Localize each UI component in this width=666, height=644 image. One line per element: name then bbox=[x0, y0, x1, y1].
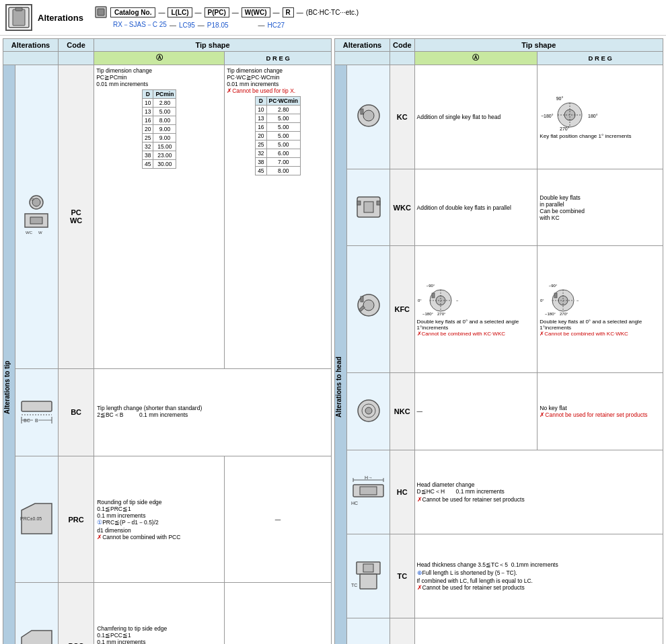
header-formula-block: Catalog No. — L(LC) — P(PC) — W(WC) — R … bbox=[94, 5, 359, 30]
svg-point-48 bbox=[363, 300, 374, 311]
formula-line1: Catalog No. — L(LC) — P(PC) — W(WC) — R … bbox=[94, 5, 359, 19]
svg-text:0°: 0° bbox=[540, 298, 544, 303]
right-col-dreg: D R E G bbox=[538, 52, 663, 65]
wkc-desc-dreg: Double key flats in parallel Can be comb… bbox=[538, 169, 663, 246]
left-col-a: Ⓐ bbox=[94, 52, 225, 65]
svg-text:0°: 0° bbox=[418, 298, 422, 303]
svg-rect-45 bbox=[357, 201, 361, 205]
nkc-svg bbox=[352, 396, 385, 426]
main-content: Alterations Code Tip shape Ⓐ D R E G bbox=[0, 36, 666, 644]
svg-rect-1 bbox=[13, 9, 25, 26]
svg-rect-70 bbox=[554, 293, 557, 298]
svg-rect-75 bbox=[360, 487, 377, 495]
pc-wc-svg: P WC W bbox=[18, 192, 55, 239]
kc-svg bbox=[352, 101, 385, 131]
pc-wc-image: P WC W bbox=[15, 65, 59, 369]
bc-desc: Tip length change (shorter than standard… bbox=[94, 368, 332, 456]
svg-text:−90°: −90° bbox=[549, 284, 558, 288]
kfc-desc-a: −90° 0° − −180° 270° D bbox=[414, 246, 538, 373]
tc-image: TC bbox=[347, 534, 390, 618]
prc-code: PRC bbox=[59, 456, 94, 583]
svg-rect-34 bbox=[361, 109, 363, 114]
tcc-image: TCC bbox=[347, 618, 390, 644]
kfc-code: KFC bbox=[390, 246, 415, 373]
wkc-image bbox=[347, 169, 390, 246]
svg-text:WC: WC bbox=[26, 231, 33, 235]
svg-text:P: P bbox=[32, 198, 34, 202]
right-col-a: Ⓐ bbox=[414, 52, 538, 65]
svg-text:90°: 90° bbox=[556, 96, 564, 101]
svg-text:270°: 270° bbox=[437, 312, 446, 316]
pcc-desc-a: Chamfering to tip side edge 0.1≦PCC≦1 0.… bbox=[94, 583, 225, 644]
left-col-dreg: D R E G bbox=[225, 52, 332, 65]
svg-text:270°: 270° bbox=[560, 312, 568, 316]
svg-text:BC: BC bbox=[24, 418, 30, 423]
kfc-angle-a-svg: −90° 0° − −180° 270° bbox=[417, 282, 471, 319]
kc-image bbox=[347, 65, 390, 169]
nkc-desc-a: — bbox=[414, 373, 538, 450]
svg-text:TC: TC bbox=[351, 583, 357, 588]
bc-svg: BC B bbox=[18, 398, 55, 425]
svg-text:−90°: −90° bbox=[426, 284, 435, 288]
nkc-image bbox=[347, 373, 390, 450]
pcc-image: PCC±0.05 bbox=[15, 583, 59, 644]
prc-svg: PRC±0.05 bbox=[18, 500, 55, 537]
formula-line2: RX－SJAS－C 25 — LC95 — P18.05 — HC27 bbox=[113, 20, 359, 30]
tcc-code: TCC bbox=[390, 618, 415, 644]
pc-wc-desc-a: Tip dimension change PC≧PCmin 0.01 mm in… bbox=[94, 65, 225, 369]
prc-desc-dreg: — bbox=[225, 456, 332, 583]
prc-image: PRC±0.05 bbox=[15, 456, 59, 583]
kc-code: KC bbox=[390, 65, 415, 169]
bc-image: BC B bbox=[15, 368, 59, 456]
pcc-svg: PCC±0.05 bbox=[18, 627, 55, 644]
right-code-header: Code bbox=[390, 39, 415, 52]
tc-svg: TC bbox=[350, 559, 387, 592]
svg-text:W: W bbox=[38, 231, 42, 235]
pc-wc-desc-dreg: Tip dimension change PC·WC≧PC·WCmin 0.01… bbox=[225, 65, 332, 369]
svg-rect-2 bbox=[15, 7, 22, 11]
svg-point-33 bbox=[363, 110, 374, 121]
wkc-svg bbox=[352, 192, 385, 222]
svg-rect-82 bbox=[363, 564, 373, 572]
bc-code: BC bbox=[59, 368, 94, 456]
svg-rect-12 bbox=[22, 401, 52, 411]
left-tipshape-header: Tip shape bbox=[94, 39, 332, 52]
pc-wc-code: PCWC bbox=[59, 65, 94, 369]
svg-text:H→: H→ bbox=[365, 475, 373, 480]
hc-svg: H→ HC bbox=[350, 475, 387, 508]
right-section: Alterations Code Tip shape Ⓐ D R E G bbox=[334, 38, 663, 644]
svg-text:−: − bbox=[456, 298, 459, 303]
right-alterations-header: Alterations bbox=[335, 39, 390, 52]
pcc-code: PCC bbox=[59, 583, 94, 644]
left-section: Alterations Code Tip shape Ⓐ D R E G bbox=[3, 38, 332, 644]
hc-code: HC bbox=[390, 450, 415, 534]
tc-code: TC bbox=[390, 534, 415, 618]
svg-point-73 bbox=[365, 407, 372, 414]
page-wrapper: Alterations Catalog No. — L(LC) — P(PC) … bbox=[0, 0, 666, 644]
wkc-desc-a: Addition of double key flats in parallel bbox=[414, 169, 538, 246]
kfc-svg bbox=[352, 288, 385, 329]
svg-rect-44 bbox=[364, 202, 373, 212]
right-table: Alterations Code Tip shape Ⓐ D R E G bbox=[334, 38, 663, 644]
kfc-image bbox=[347, 246, 390, 373]
left-code-header: Code bbox=[59, 39, 94, 52]
hc-desc: Head diameter change D≦HC＜H 0.1 mm incre… bbox=[414, 450, 663, 534]
alt-to-head-label: Alterations to head bbox=[335, 65, 347, 645]
svg-rect-60 bbox=[432, 293, 435, 298]
prc-desc-a: Rounding of tip side edge 0.1≦PRC≦1 0.1 … bbox=[94, 456, 225, 583]
svg-text:−180°: −180° bbox=[541, 114, 554, 118]
kfc-desc-dreg: −90° 0° − −180° 270° D bbox=[538, 246, 663, 373]
catalog-box: Catalog No. bbox=[110, 7, 156, 17]
alterations-icon bbox=[5, 4, 32, 31]
svg-rect-49 bbox=[361, 296, 363, 302]
hc-image: H→ HC bbox=[347, 450, 390, 534]
wkc-code: WKC bbox=[390, 169, 415, 246]
kc-angle-svg: 90° −180° 180° 270° bbox=[540, 95, 600, 132]
alt-to-tip-label: Alterations to tip bbox=[3, 65, 15, 645]
kc-desc-dreg: 90° −180° 180° 270° Key flat position ch… bbox=[538, 65, 663, 169]
alterations-label: Alterations bbox=[38, 13, 83, 23]
svg-text:−: − bbox=[577, 298, 579, 303]
left-alterations-header: Alterations bbox=[3, 39, 59, 52]
tcc-desc: Chamfering of head This improves the str… bbox=[414, 618, 663, 644]
svg-rect-9 bbox=[30, 217, 42, 224]
